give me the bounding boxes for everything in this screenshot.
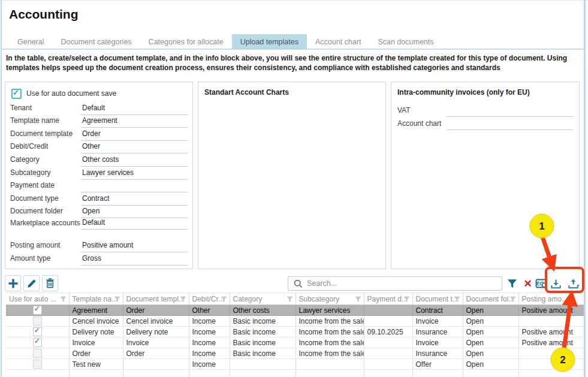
column-header[interactable]: Document fol...: [463, 293, 518, 305]
delete-button[interactable]: [42, 275, 58, 291]
row-checkbox[interactable]: [33, 306, 42, 315]
field-value[interactable]: Agreement: [81, 116, 188, 128]
table-row[interactable]: OrderOrderIncomeBasic incomeIncome from …: [6, 348, 584, 359]
table-cell: Delivery note: [123, 327, 189, 337]
column-header[interactable]: Document t...: [412, 293, 463, 305]
table-cell: Invoice: [412, 316, 463, 327]
table-cell: Order: [123, 348, 189, 359]
column-filter-funnel-icon[interactable]: [509, 296, 516, 304]
tab-document-categories[interactable]: Document categories: [52, 34, 140, 50]
table-cell: Basic income: [230, 316, 295, 327]
field-value[interactable]: [447, 119, 573, 130]
column-filter-funnel-icon[interactable]: [403, 296, 410, 304]
table-cell: Income: [189, 327, 230, 337]
table-cell: Cencel invoice: [69, 316, 123, 327]
tab-categories-for-allocate[interactable]: Categories for allocate: [140, 34, 232, 50]
table-cell: [364, 337, 412, 348]
field-value[interactable]: Other costs: [81, 155, 188, 167]
row-checkbox[interactable]: [33, 327, 42, 336]
column-header[interactable]: Posting amo...: [518, 293, 584, 305]
field-label: Tenant: [10, 104, 81, 115]
clear-filter-button[interactable]: ✕: [520, 276, 535, 291]
table-row[interactable]: Cencel invoiceCencel invoiceIncomeBasic …: [6, 316, 584, 327]
table-cell: [6, 359, 69, 370]
field-value[interactable]: [447, 105, 573, 117]
field-label: Marketplace accounts: [10, 218, 81, 230]
column-header[interactable]: Template na...: [69, 293, 123, 305]
table-row: [6, 370, 584, 377]
upload-tray-icon-button[interactable]: [566, 276, 581, 291]
table-cell: Open: [463, 348, 518, 359]
table-cell: [6, 337, 69, 348]
auto-save-checkbox[interactable]: [11, 89, 22, 99]
field-label: Category: [10, 155, 81, 167]
table-row[interactable]: InvoiceInvoiceIncomeBasic incomeIncome f…: [6, 337, 584, 348]
filter-funnel-button[interactable]: [505, 276, 520, 291]
tab-scan-documents[interactable]: Scan documents: [369, 34, 442, 50]
table-row[interactable]: Delivery noteDelivery noteIncomeBasic in…: [6, 327, 584, 337]
field-value[interactable]: Lawyer services: [81, 168, 188, 180]
field-value[interactable]: Default: [81, 104, 188, 115]
column-filter-funnel-icon[interactable]: [114, 296, 120, 304]
table-cell: Order: [69, 348, 123, 359]
templates-table: Use for auto ...Template na...Document t…: [6, 292, 584, 377]
form-field-row: Payment date: [10, 180, 188, 193]
trash-icon: [44, 278, 56, 289]
tab-upload-templates[interactable]: Upload templates: [232, 34, 307, 50]
template-detail-panel: Use for auto document save TenantDefault…: [5, 82, 193, 269]
field-value[interactable]: Contract: [81, 194, 188, 206]
field-value[interactable]: [81, 181, 188, 192]
auto-save-checkbox-label: Use for auto document save: [26, 89, 116, 98]
table-cell: Cencel invoice: [123, 316, 189, 327]
column-filter-funnel-icon[interactable]: [355, 296, 361, 304]
table-cell: [6, 316, 69, 327]
field-value[interactable]: Other: [81, 142, 188, 153]
search-input[interactable]: [307, 279, 502, 288]
table-cell: Other: [189, 305, 230, 316]
column-search-button[interactable]: EQ: [534, 276, 549, 291]
column-header[interactable]: Document templ...: [123, 293, 189, 305]
column-header[interactable]: Category: [230, 293, 295, 305]
row-checkbox[interactable]: [33, 360, 42, 369]
column-header[interactable]: Subcategory: [295, 293, 364, 305]
plus-icon: [7, 278, 19, 289]
column-header-label: Subcategory: [299, 295, 339, 303]
tab-account-chart[interactable]: Account chart: [307, 34, 369, 50]
field-value[interactable]: Open: [81, 207, 188, 218]
column-filter-funnel-icon[interactable]: [221, 296, 227, 304]
table-cell: Income: [189, 359, 230, 370]
field-value[interactable]: Order: [81, 129, 188, 141]
table-cell: [6, 327, 69, 337]
column-filter-funnel-icon[interactable]: [60, 296, 67, 304]
tab-bar: GeneralDocument categoriesCategories for…: [2, 34, 584, 50]
table-cell: Other costs: [230, 305, 295, 316]
field-value[interactable]: Default: [81, 218, 188, 230]
row-checkbox[interactable]: [33, 316, 42, 325]
row-checkbox[interactable]: [33, 338, 42, 347]
add-button[interactable]: [5, 275, 21, 291]
column-filter-funnel-icon[interactable]: [287, 296, 293, 304]
table-row[interactable]: AgreementOrderOtherOther costsLawyer ser…: [6, 305, 584, 316]
field-label: Debit/Credit: [10, 142, 81, 153]
tab-general[interactable]: General: [9, 34, 52, 50]
table-cell: Open: [463, 337, 518, 348]
column-filter-funnel-icon[interactable]: [180, 296, 186, 304]
edit-button[interactable]: [23, 275, 40, 291]
field-value[interactable]: Positive amount: [81, 241, 188, 252]
column-filter-funnel-icon[interactable]: [454, 296, 460, 304]
column-header-label: Document fol...: [466, 295, 515, 303]
field-value[interactable]: Gross: [81, 254, 188, 266]
column-header[interactable]: Payment d...: [364, 293, 412, 305]
table-cell: [123, 370, 189, 377]
table-row[interactable]: Test newIncomeOfferOpen: [6, 359, 584, 370]
field-label: Payment date: [10, 181, 81, 192]
import-template-button[interactable]: [548, 276, 563, 291]
table-cell: [518, 370, 584, 377]
table-cell: Invoice: [123, 337, 189, 348]
table-cell: Invoice: [412, 337, 463, 348]
column-header[interactable]: Use for auto ...: [6, 293, 69, 305]
column-header[interactable]: Debit/Cr...: [189, 293, 230, 305]
upload-tray-icon: [567, 277, 581, 291]
row-checkbox[interactable]: [33, 349, 42, 358]
funnel-icon: [506, 278, 518, 290]
